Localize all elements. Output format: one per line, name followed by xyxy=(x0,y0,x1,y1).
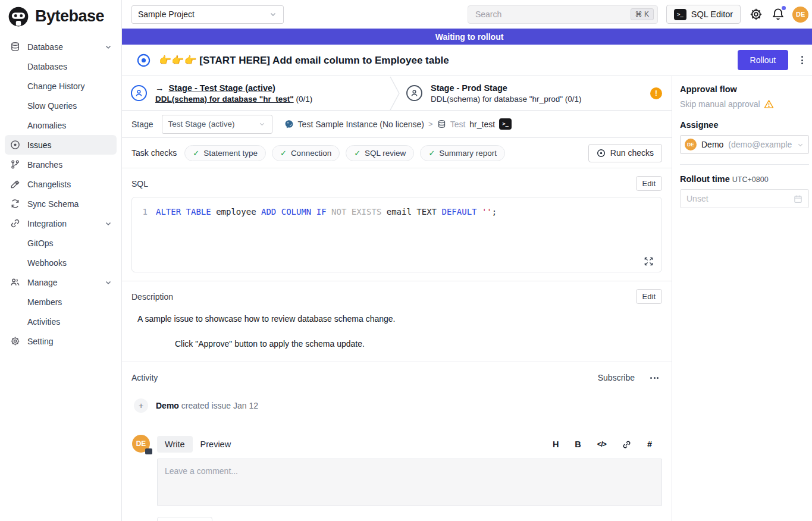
check-sql-review[interactable]: ✓ SQL review xyxy=(346,145,414,161)
sql-editor-button[interactable]: >_ SQL Editor xyxy=(666,5,741,24)
database-breadcrumb: Test Sample Instance (No license) > Test… xyxy=(284,118,512,130)
calendar-icon xyxy=(794,194,802,203)
check-pass-icon: ✓ xyxy=(193,149,199,158)
comment-input-box xyxy=(157,459,662,506)
sidebar-item-sync-schema[interactable]: Sync Schema xyxy=(5,194,117,214)
check-statement-type[interactable]: ✓ Statement type xyxy=(184,145,266,161)
sidebar-item-database[interactable]: Database xyxy=(5,37,117,57)
sidebar-item-change-history[interactable]: Change History xyxy=(5,76,117,96)
search-shortcut-badge: ⌘ K xyxy=(631,8,654,20)
feed-text: Demo created issue Jan 12 xyxy=(156,401,258,410)
open-sql-editor-icon[interactable]: >_ xyxy=(499,118,512,130)
active-stage-arrow-icon: → xyxy=(155,83,164,93)
rollout-time-title: Rollout timeUTC+0800 xyxy=(680,174,809,184)
project-select-value: Sample Project xyxy=(138,10,195,19)
stage-name: Stage - Prod Stage xyxy=(431,83,507,93)
heading-icon[interactable]: H xyxy=(553,440,559,449)
sidebar-item-manage[interactable]: Manage xyxy=(5,272,117,292)
description-edit-button[interactable]: Edit xyxy=(636,289,662,304)
stage-card-prod[interactable]: Stage - Prod Stage DDL(schema) for datab… xyxy=(402,76,672,110)
sql-edit-button[interactable]: Edit xyxy=(636,176,662,191)
search-input[interactable] xyxy=(475,10,631,19)
user-avatar[interactable]: DE xyxy=(792,7,808,23)
terminal-icon: >_ xyxy=(674,9,686,20)
check-connection[interactable]: ✓ Connection xyxy=(272,145,340,161)
branch-icon xyxy=(10,159,20,170)
topbar: Sample Project ⌘ K >_ SQL Editor DE xyxy=(122,0,812,29)
sidebar-item-members[interactable]: Members xyxy=(5,292,117,312)
sidebar-item-integration[interactable]: Integration xyxy=(5,214,117,233)
task-checks-label: Task checks xyxy=(131,148,177,158)
activity-kebab-menu-icon[interactable] xyxy=(649,375,660,381)
app: Bytebase Database Databases Change Histo… xyxy=(0,0,812,521)
speech-bubble-icon xyxy=(145,448,152,454)
sidebar: Bytebase Database Databases Change Histo… xyxy=(0,0,122,521)
check-summary-report[interactable]: ✓ Summary report xyxy=(420,145,505,161)
sidebar-item-databases[interactable]: Databases xyxy=(5,57,117,76)
sidebar-item-branches[interactable]: Branches xyxy=(5,155,117,174)
activity-section: Activity Subscribe + Demo created issue … xyxy=(122,362,672,521)
expand-fullscreen-icon[interactable] xyxy=(644,257,653,266)
stage-task-detail: DDL(schema) for database "hr_prod" xyxy=(431,95,563,103)
description-line: A sample issue to showcase how to review… xyxy=(137,314,662,324)
stage-label: Stage xyxy=(131,120,153,129)
assignee-avatar: DE xyxy=(685,139,697,150)
stage-person-icon xyxy=(131,85,147,101)
rollout-time-input[interactable]: Unset xyxy=(680,189,809,208)
sidebar-item-changelists[interactable]: Changelists xyxy=(5,174,117,194)
comment-button[interactable]: Comment xyxy=(157,517,212,521)
project-select[interactable]: Sample Project xyxy=(131,5,284,24)
database-name[interactable]: hr_test xyxy=(469,120,495,129)
sidebar-item-issues[interactable]: Issues xyxy=(5,135,117,155)
sql-statement: ALTER TABLE employee ADD COLUMN IF NOT E… xyxy=(156,205,497,218)
settings-gear-button[interactable] xyxy=(750,8,763,21)
link-icon[interactable] xyxy=(622,440,631,449)
code-icon[interactable]: </> xyxy=(597,440,606,448)
status-banner-text: Waiting to rollout xyxy=(435,32,504,42)
issue-sidebar: Approval flow Skip manual approval Assig… xyxy=(672,76,812,521)
stage-task-count: (0/1) xyxy=(565,95,582,103)
sidebar-item-slow-queries[interactable]: Slow Queries xyxy=(5,96,117,115)
tab-write[interactable]: Write xyxy=(157,436,193,453)
hash-icon[interactable]: # xyxy=(647,440,652,449)
search-box: ⌘ K xyxy=(468,5,658,24)
notifications-bell-button[interactable] xyxy=(772,8,785,21)
stage-select[interactable]: Test Stage (active) xyxy=(162,115,272,134)
issue-title: 👉👉👉 [START HERE] Add email column to Emp… xyxy=(159,54,449,67)
content-row: → Stage - Test Stage (active) DDL(schema… xyxy=(122,76,812,521)
issue-kebab-menu-icon[interactable] xyxy=(795,54,808,67)
rollout-button[interactable]: Rollout xyxy=(738,50,789,70)
instance-name[interactable]: Test Sample Instance (No license) xyxy=(298,120,424,129)
sidebar-item-activities[interactable]: Activities xyxy=(5,312,117,331)
stage-separator xyxy=(388,76,402,110)
link-icon xyxy=(10,218,20,229)
description-label: Description xyxy=(131,292,173,302)
composer-avatar: DE xyxy=(132,435,150,453)
assignee-select[interactable]: DE Demo (demo@example xyxy=(680,135,809,154)
sidebar-item-gitops[interactable]: GitOps xyxy=(5,233,117,253)
run-checks-button[interactable]: Run checks xyxy=(588,144,662,162)
brand-logo[interactable]: Bytebase xyxy=(0,0,121,31)
chevron-down-icon xyxy=(105,279,112,286)
issue-detail: → Stage - Test Stage (active) DDL(schema… xyxy=(122,76,672,521)
stage-card-test[interactable]: → Stage - Test Stage (active) DDL(schema… xyxy=(122,76,388,110)
chevron-down-icon xyxy=(105,43,112,51)
sidebar-item-anomalies[interactable]: Anomalies xyxy=(5,115,117,135)
assignee-email: (demo@example xyxy=(728,140,792,149)
activity-label: Activity xyxy=(131,373,158,382)
stage-name: Stage - Test Stage (active) xyxy=(169,83,275,93)
stage-task-link[interactable]: DDL(schema) for database "hr_test" xyxy=(155,95,294,103)
sidebar-item-webhooks[interactable]: Webhooks xyxy=(5,253,117,272)
chevron-down-icon xyxy=(269,10,277,18)
sidebar-item-setting[interactable]: Setting xyxy=(5,331,117,351)
warning-triangle-icon xyxy=(764,99,774,109)
composer-tabs: Write Preview H B </> # xyxy=(157,435,662,454)
check-pass-icon: ✓ xyxy=(428,149,435,158)
sql-editor[interactable]: 1 ALTER TABLE employee ADD COLUMN IF NOT… xyxy=(131,197,662,272)
bold-icon[interactable]: B xyxy=(575,440,581,449)
tab-preview[interactable]: Preview xyxy=(193,436,239,453)
comment-textarea[interactable] xyxy=(165,466,654,498)
subscribe-button[interactable]: Subscribe xyxy=(598,373,635,382)
timezone-label: UTC+0800 xyxy=(732,175,769,184)
stage-select-row: Stage Test Stage (active) Test Sample In… xyxy=(122,111,672,138)
